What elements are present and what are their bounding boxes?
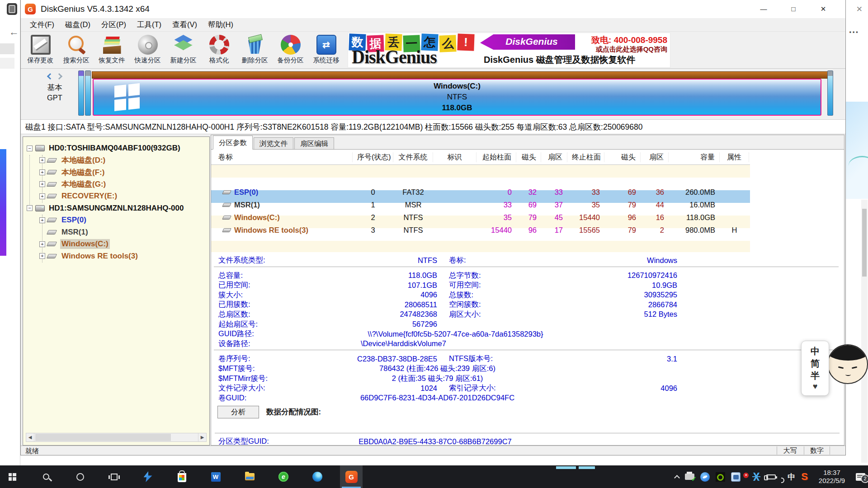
tree-item[interactable]: − HD1:SAMSUNGMZNLN128HAHQ-000 [23,202,209,215]
scrollbar-thumb[interactable] [862,209,867,277]
menu-item[interactable]: 工具(T) [132,20,167,30]
battery-icon[interactable] [766,474,776,479]
printer-tray-icon[interactable] [685,474,694,480]
ime-floating-panel[interactable]: 中 简 半 ♥ [801,341,829,396]
tree-item[interactable]: + Windows(C:) [23,238,209,250]
expander-icon[interactable]: + [39,217,45,223]
task-view-button[interactable] [103,465,125,488]
maximize-button[interactable]: □ [778,0,808,18]
action-center-icon[interactable]: 2 [856,473,865,481]
column-header[interactable]: 文件系统 [393,152,433,162]
scroll-right-icon[interactable]: ▶ [198,433,206,441]
toolbar-button[interactable]: 系统迁移 [308,33,344,68]
toolbar-button[interactable]: 保存更改 [23,33,58,68]
table-row[interactable]: ESP(0) 0 FAT32 0 32 33 33 69 36 260.0MB [211,165,750,178]
pinned-app-explorer[interactable] [238,465,261,488]
partition-re-tools-sliver[interactable] [827,70,833,116]
column-header[interactable]: 扇区 [541,152,567,162]
scroll-left-icon[interactable]: ◀ [26,433,34,441]
expander-icon[interactable]: − [27,205,33,211]
ime-language-indicator[interactable]: 中 [788,472,795,482]
pinned-app-store[interactable] [170,465,193,488]
partition-msr-sliver[interactable] [85,70,91,116]
menu-item[interactable]: 帮助(H) [203,20,239,30]
expander-icon[interactable]: + [39,181,45,187]
toolbar-button[interactable]: 恢复文件 [94,33,130,68]
column-header[interactable]: 磁头 [516,152,541,162]
analyze-button[interactable]: 分析 [217,406,259,418]
tab-partition-params[interactable]: 分区参数 [213,136,253,150]
snowflake-tray-icon[interactable] [752,473,760,481]
next-disk-icon[interactable] [56,73,62,80]
toolbar-button[interactable]: 新建分区 [165,33,201,68]
heart-icon[interactable]: ♥ [813,382,818,391]
expander-icon[interactable]: + [39,241,45,247]
scrollbar-thumb[interactable] [35,434,171,441]
column-header[interactable]: 磁头 [604,152,641,162]
column-header[interactable]: 终止柱面 [567,152,604,162]
toolbar-button[interactable]: 快速分区 [130,33,165,68]
start-button[interactable] [1,465,24,488]
menu-item[interactable]: 文件(F) [24,20,60,30]
taskbar-search[interactable] [35,465,57,488]
tree-item[interactable]: + ESP(0) [23,214,209,226]
tree-item[interactable]: + RECOVERY(E:) [23,190,209,202]
column-header[interactable]: 序号(状态) [353,152,393,162]
column-header[interactable]: 容量 [669,152,720,162]
tree-item[interactable]: + 本地磁盘(G:) [23,178,209,191]
intel-graphics-tray-icon[interactable] [731,472,741,482]
pinned-app-edge[interactable] [306,465,329,488]
tree-item[interactable]: + Windows RE tools(3) [23,250,209,263]
toolbar-button[interactable]: 删除分区 [237,33,273,68]
toolbar-button[interactable]: 格式化 [201,33,237,68]
background-scrollbar[interactable] [861,200,868,463]
pinned-app-word[interactable]: W [204,465,227,488]
column-header[interactable]: 卷标 [211,152,353,162]
expander-icon[interactable]: + [39,157,45,163]
expander-icon[interactable]: − [27,145,33,151]
tray-chevron-up-icon[interactable] [674,475,680,481]
tab-sector-edit[interactable]: 扇区编辑 [294,137,334,149]
column-header[interactable]: 标识 [433,152,476,162]
menu-item[interactable]: 磁盘(D) [60,20,96,30]
sogou-input-icon[interactable]: S [801,471,808,483]
expander-icon[interactable]: + [39,193,45,199]
tree-item[interactable]: + 本地磁盘(D:) [23,155,209,167]
more-options-icon[interactable]: ⋯ [849,26,859,38]
ime-mode-chinese[interactable]: 中 [811,345,820,357]
partition-esp-sliver[interactable] [78,70,84,116]
background-close-icon[interactable]: ✕ [856,5,863,14]
toolbar-button[interactable]: 备份分区 [273,33,308,68]
taskbar-diskgenius[interactable]: G [340,465,363,488]
pinned-app-flash[interactable] [137,465,159,488]
ime-mode-simplified[interactable]: 简 [811,357,820,369]
menu-item[interactable]: 分区(P) [96,20,132,30]
expander-icon[interactable]: + [39,169,45,175]
background-tile [0,43,14,54]
ad-banner[interactable]: 数据丢一怎么! DiskGenius DiskGenius 致电: 400-00… [348,33,670,68]
close-button[interactable]: ✕ [808,0,838,18]
minimize-button[interactable]: — [749,0,778,18]
cortana-button[interactable] [69,465,91,488]
nvidia-tray-icon[interactable] [716,472,725,482]
banner-qq-link[interactable]: 或点击此处选择QQ咨询 [596,45,667,54]
prev-disk-icon[interactable] [47,73,53,80]
tree-horizontal-scrollbar[interactable]: ◀ ▶ [26,433,207,442]
column-header[interactable]: 扇区 [641,152,669,162]
column-header[interactable]: 起始柱面 [476,152,516,162]
pinned-app-ie[interactable]: e [272,465,295,488]
taskbar-clock[interactable]: 18:37 2022/5/9 [814,469,850,485]
ime-mode-halfwidth[interactable]: 半 [811,370,820,381]
tree-item[interactable]: − HD0:TOSHIBAMQ04ABF100(932GB) [23,142,209,155]
blue-app-tray-icon[interactable] [700,472,710,482]
expander-icon[interactable]: + [39,253,45,259]
column-header[interactable]: 属性 [720,152,749,162]
partition-windows-c[interactable]: Windows(C:) NTFS 118.0GB [93,79,821,116]
tree-item[interactable]: + 本地磁盘(F:) [23,166,209,178]
back-arrow-icon[interactable]: ← [9,26,19,38]
status-bar: 就绪 大写 数字 [21,446,845,455]
toolbar-button[interactable]: 搜索分区 [58,33,94,68]
tree-item[interactable]: MSR(1) [23,226,209,239]
tab-browse-files[interactable]: 浏览文件 [254,137,293,149]
menu-item[interactable]: 查看(V) [167,20,203,30]
